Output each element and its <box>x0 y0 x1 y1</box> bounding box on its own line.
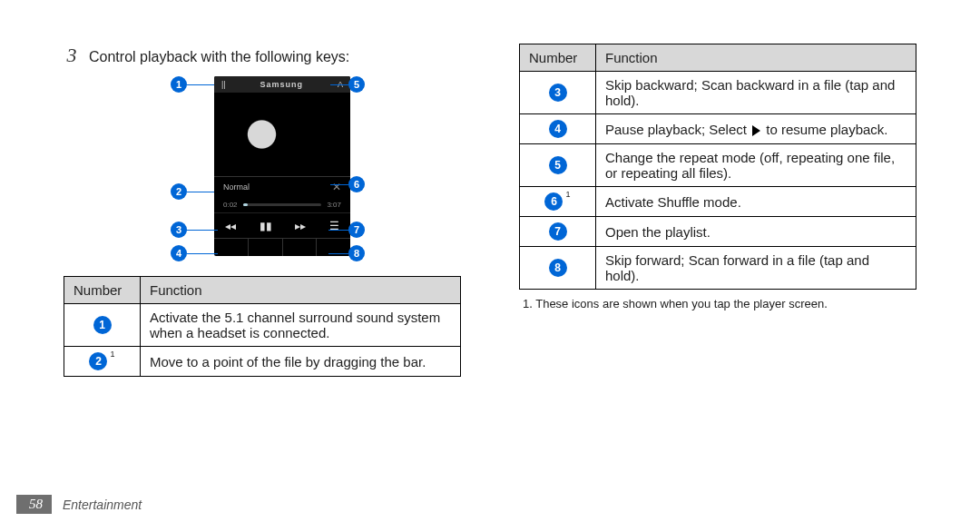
page-number: 58 <box>16 495 52 514</box>
step-number: 3 <box>64 44 80 67</box>
col-number: Number <box>520 44 596 72</box>
number-cell: 3 <box>520 72 596 114</box>
number-cell: 1 <box>64 304 141 347</box>
callout-1: 1 <box>171 76 187 93</box>
step-text: Control playback with the following keys… <box>89 49 349 65</box>
table-row: 5Change the repeat mode (off, repeating … <box>520 144 916 187</box>
number-cell: 4 <box>520 114 596 144</box>
number-badge: 2 <box>89 352 107 370</box>
player-controls: ◂◂ ▮▮ ▸▸ ☰ <box>214 212 350 238</box>
number-cell: 7 <box>520 217 596 247</box>
callout-4: 4 <box>171 245 187 261</box>
function-cell: Change the repeat mode (off, repeating o… <box>596 144 916 187</box>
table-row: 3Skip backward; Scan backward in a file … <box>520 72 916 114</box>
page-footer: 58 Entertainment <box>16 495 142 514</box>
table-row: 8Skip forward; Scan forward in a file (t… <box>520 247 916 290</box>
time-elapsed: 0:02 <box>223 201 238 209</box>
right-column: Number Function 3Skip backward; Scan bac… <box>519 44 916 377</box>
brand-label: Samsung <box>260 80 304 89</box>
number-badge: 6 <box>544 192 563 211</box>
phone-illustration: 1 2 3 4 5 6 7 8 || Samsung A Normal <box>64 76 461 258</box>
number-cell: 21 <box>64 347 141 377</box>
callout-8: 8 <box>348 245 365 261</box>
footnote-marker: 1 <box>110 350 114 359</box>
table-row: 4Pause playback; Select to resume playba… <box>520 114 916 144</box>
number-badge: 5 <box>549 156 567 174</box>
function-cell: Activate the 5.1 channel surround sound … <box>141 304 461 347</box>
table-row: 7Open the playlist. <box>520 217 916 247</box>
time-total: 3:07 <box>327 201 341 209</box>
footnote-marker: 1 <box>565 190 570 199</box>
album-art <box>214 93 350 176</box>
eq-row: Normal ✕ <box>214 176 350 196</box>
table-row: 21Move to a point of the file by draggin… <box>64 347 461 377</box>
col-function: Function <box>141 277 461 304</box>
function-cell: Activate Shuffle mode. <box>596 187 916 217</box>
number-cell: 61 <box>520 187 596 217</box>
callout-5: 5 <box>348 76 365 93</box>
number-cell: 5 <box>520 144 596 187</box>
function-cell: Skip forward; Scan forward in a file (ta… <box>596 247 916 290</box>
shuffle-icon: ✕ <box>332 181 341 193</box>
section-name: Entertainment <box>63 498 142 512</box>
callout-7: 7 <box>348 222 365 238</box>
col-function: Function <box>596 44 916 72</box>
col-number: Number <box>64 277 141 304</box>
table-row: 1Activate the 5.1 channel surround sound… <box>64 304 461 347</box>
callout-6: 6 <box>348 176 365 192</box>
right-table: Number Function 3Skip backward; Scan bac… <box>519 44 916 290</box>
step-line: 3 Control playback with the following ke… <box>64 44 461 67</box>
callout-3: 3 <box>171 222 187 238</box>
surround-icon: || <box>221 80 226 89</box>
eq-label: Normal <box>223 182 250 192</box>
table-row: 61Activate Shuffle mode. <box>520 187 916 217</box>
function-cell: Move to a point of the file by dragging … <box>141 347 461 377</box>
footnote: 1. These icons are shown when you tap th… <box>519 297 916 310</box>
next-icon: ▸▸ <box>295 220 306 232</box>
function-cell: Open the playlist. <box>596 217 916 247</box>
callout-2: 2 <box>171 183 187 200</box>
number-badge: 8 <box>549 259 567 277</box>
function-cell: Pause playback; Select to resume playbac… <box>596 114 916 144</box>
play-icon <box>752 125 760 136</box>
seek-row: 0:02 3:07 <box>214 196 350 212</box>
number-badge: 7 <box>549 222 567 241</box>
function-cell: Skip backward; Scan backward in a file (… <box>596 72 916 114</box>
pause-icon: ▮▮ <box>260 220 272 232</box>
left-table: Number Function 1Activate the 5.1 channe… <box>64 276 461 377</box>
seek-bar <box>243 203 322 206</box>
left-column: 3 Control playback with the following ke… <box>64 44 461 377</box>
number-badge: 1 <box>93 316 112 334</box>
number-badge: 4 <box>549 120 567 138</box>
prev-icon: ◂◂ <box>225 220 236 232</box>
number-cell: 8 <box>520 247 596 290</box>
number-badge: 3 <box>549 84 567 102</box>
